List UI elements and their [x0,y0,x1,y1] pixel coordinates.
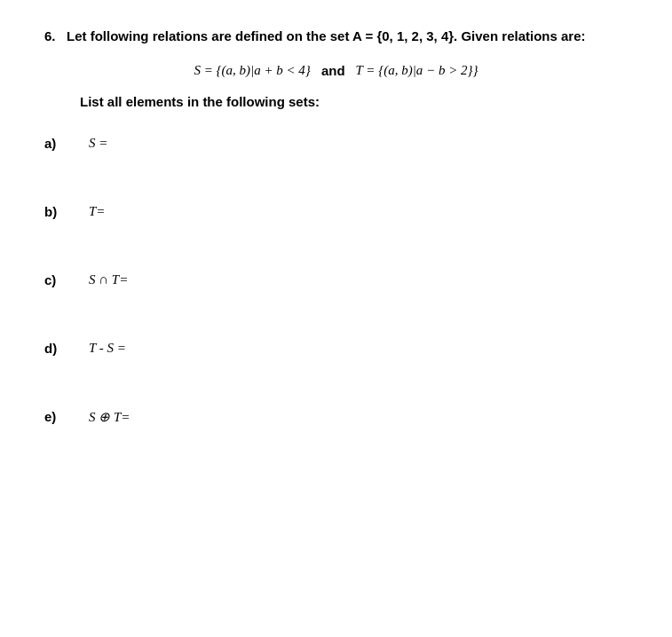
part-a: a) S = [44,136,628,151]
part-c-label: c) [44,272,89,287]
part-b-content: T= [89,204,105,219]
part-a-content: S = [89,136,107,151]
question-number: 6. [44,28,56,43]
part-c: c) S ∩ T= [44,272,628,287]
part-d-content: T - S = [89,341,126,356]
part-b-label: b) [44,204,89,219]
formula-s: S = {(a, b)|a + b < 4} [194,63,310,78]
formula-line: S = {(a, b)|a + b < 4} and T = {(a, b)|a… [44,63,628,78]
part-e-content: S ⊕ T= [89,409,130,425]
part-c-content: S ∩ T= [89,272,128,287]
part-e-label: e) [44,409,89,424]
part-a-label: a) [44,136,89,151]
part-d: d) T - S = [44,341,628,356]
part-e: e) S ⊕ T= [44,409,628,425]
instruction: List all elements in the following sets: [80,94,628,109]
part-d-label: d) [44,341,89,356]
question-text: Let following relations are defined on t… [67,28,585,43]
question-container: 6. Let following relations are defined o… [44,27,628,425]
formula-t: T = {(a, b)|a − b > 2}} [356,63,478,78]
question-header: 6. Let following relations are defined o… [44,27,628,47]
part-b: b) T= [44,204,628,219]
and-word: and [321,63,345,78]
